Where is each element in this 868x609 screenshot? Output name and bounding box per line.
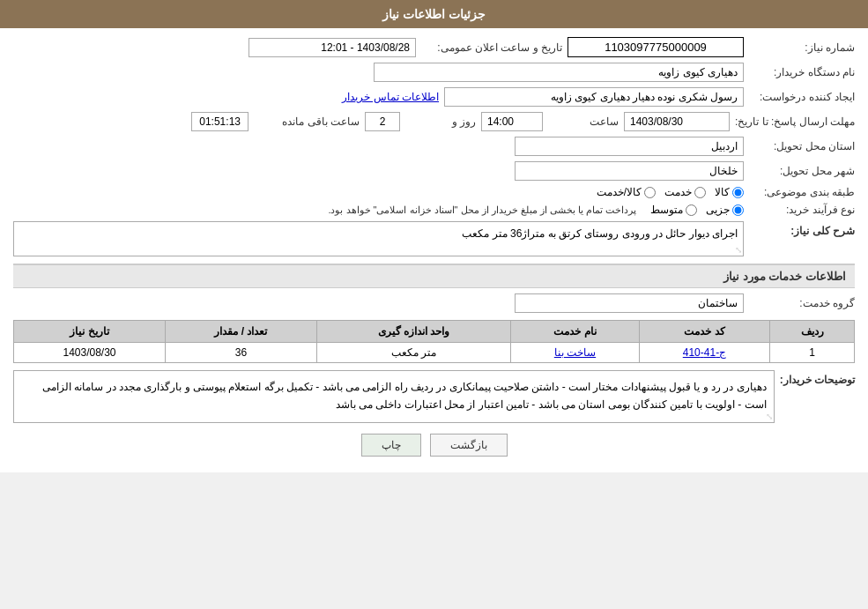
cell-row: 1 (770, 343, 855, 363)
creator-input[interactable] (444, 87, 744, 107)
notes-label: توضیحات خریدار: (780, 370, 855, 386)
cell-unit: متر مکعب (316, 343, 510, 363)
services-table: ردیف کد خدمت نام خدمت واحد اندازه گیری ت… (13, 320, 855, 363)
category-khedmat-item: خدمت (664, 186, 706, 198)
col-code: کد خدمت (639, 321, 769, 343)
col-unit: واحد اندازه گیری (316, 321, 510, 343)
days-input[interactable] (365, 112, 400, 131)
row-city: شهر محل تحویل: (13, 161, 855, 181)
category-both-label: کالا/خدمت (597, 186, 642, 198)
cell-date: 1403/08/30 (14, 343, 166, 363)
process-mota-radio[interactable] (686, 204, 697, 216)
province-label: استان محل تحویل: (749, 140, 855, 152)
service-group-input[interactable] (515, 293, 744, 313)
process-type-label: نوع فرآیند خرید: (749, 204, 855, 216)
row-process-type: نوع فرآیند خرید: جزیی متوسط پرداخت تمام … (13, 204, 855, 216)
row-creator: ایجاد کننده درخواست: اطلاعات تماس خریدار (13, 87, 855, 107)
announce-date-input[interactable] (249, 38, 416, 57)
process-jozi-label: جزیی (706, 204, 730, 216)
print-button[interactable]: چاپ (361, 434, 421, 457)
cell-qty: 36 (166, 343, 317, 363)
services-table-section: ردیف کد خدمت نام خدمت واحد اندازه گیری ت… (13, 320, 855, 363)
announce-date-label: تاریخ و ساعت اعلان عمومی: (421, 41, 562, 54)
category-both-item: کالا/خدمت (597, 186, 656, 198)
row-deadline: مهلت ارسال پاسخ: تا تاریخ: ساعت روز و سا… (13, 112, 855, 131)
row-province: استان محل تحویل: (13, 137, 855, 156)
description-label: شرح کلی نیاز: (749, 221, 855, 237)
row-notes: توضیحات خریدار: دهیاری در رد و یا قبول پ… (13, 370, 855, 423)
contact-link[interactable]: اطلاعات تماس خریدار (342, 91, 439, 103)
creator-label: ایجاد کننده درخواست: (749, 91, 855, 103)
col-qty: تعداد / مقدار (166, 321, 317, 343)
back-button[interactable]: بازگشت (430, 434, 508, 457)
time-input[interactable] (481, 112, 543, 131)
process-mota-item: متوسط (650, 204, 697, 216)
remaining-value: 01:51:13 (191, 112, 249, 131)
content-area: شماره نیاز: تاریخ و ساعت اعلان عمومی: نا… (0, 28, 868, 472)
row-need-number: شماره نیاز: تاریخ و ساعت اعلان عمومی: (13, 37, 855, 57)
col-name: نام خدمت (511, 321, 640, 343)
row-buyer-station: نام دستگاه خریدار: (13, 63, 855, 82)
notes-value: دهیاری در رد و یا قبول پیشنهادات مختار ا… (13, 370, 775, 423)
city-input[interactable] (515, 161, 744, 181)
process-note: پرداخت تمام یا بخشی از مبلغ خریدار از مح… (328, 204, 636, 216)
description-value: اجرای دیوار حائل در ورودی روستای کرتق به… (13, 221, 744, 256)
buyer-station-input[interactable] (374, 63, 744, 82)
col-date: تاریخ نیاز (14, 321, 166, 343)
days-label: روز و (405, 115, 476, 128)
col-row: ردیف (770, 321, 855, 343)
table-row: 1 ج-41-410 ساخت بنا متر مکعب 36 1403/08/… (14, 343, 855, 363)
province-input[interactable] (515, 137, 744, 156)
process-mota-label: متوسط (650, 204, 683, 216)
category-both-radio[interactable] (644, 187, 656, 198)
category-radio-group: کالا خدمت کالا/خدمت (597, 186, 744, 198)
deadline-label: مهلت ارسال پاسخ: تا تاریخ: (735, 115, 855, 128)
service-group-label: گروه خدمت: (749, 297, 855, 309)
button-row: بازگشت چاپ (13, 434, 855, 457)
row-service-group: گروه خدمت: (13, 293, 855, 313)
page-title: جزئیات اطلاعات نیاز (382, 7, 486, 21)
need-number-input[interactable] (568, 37, 744, 57)
deadline-date-input[interactable] (624, 112, 730, 131)
process-jozi-item: جزیی (706, 204, 744, 216)
category-khedmat-label: خدمت (664, 186, 692, 198)
category-kala-radio[interactable] (732, 187, 744, 198)
page-header: جزئیات اطلاعات نیاز (0, 0, 868, 28)
cell-code[interactable]: ج-41-410 (639, 343, 769, 363)
need-number-label: شماره نیاز: (749, 41, 855, 54)
services-section-title: اطلاعات خدمات مورد نیاز (13, 264, 855, 288)
process-jozi-radio[interactable] (732, 204, 744, 216)
cell-name[interactable]: ساخت بنا (511, 343, 640, 363)
category-kala-label: کالا (715, 186, 730, 198)
category-label: طبقه بندی موضوعی: (749, 186, 855, 198)
buyer-station-label: نام دستگاه خریدار: (749, 66, 855, 78)
city-label: شهر محل تحویل: (749, 165, 855, 177)
row-description: شرح کلی نیاز: اجرای دیوار حائل در ورودی … (13, 221, 855, 256)
time-label: ساعت (548, 115, 619, 128)
category-khedmat-radio[interactable] (694, 187, 706, 198)
page-container: جزئیات اطلاعات نیاز شماره نیاز: تاریخ و … (0, 0, 868, 472)
category-kala-item: کالا (715, 186, 744, 198)
remaining-label: ساعت باقی مانده (254, 115, 360, 128)
row-category: طبقه بندی موضوعی: کالا خدمت کالا/خدمت (13, 186, 855, 198)
process-type-radio-group: جزیی متوسط (650, 204, 744, 216)
